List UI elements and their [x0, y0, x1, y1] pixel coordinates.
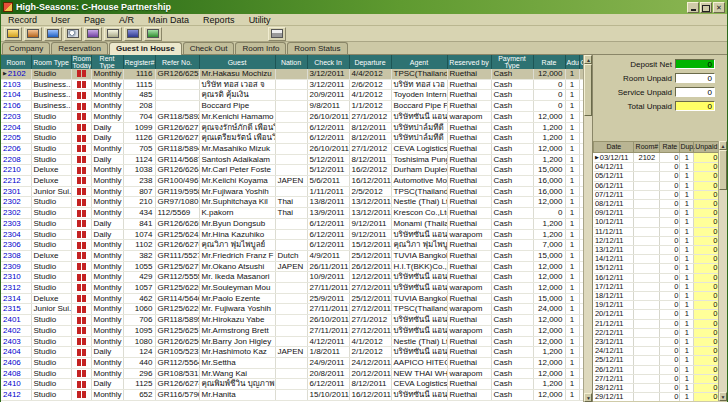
schedule-scrollbar[interactable]: ▲ ▼: [718, 141, 727, 401]
schedule-row[interactable]: 20/12/11010: [594, 310, 719, 319]
schedule-row[interactable]: 26/12/11010: [594, 365, 719, 374]
schedule-row[interactable]: 24/12/11010: [594, 347, 719, 356]
menu-item-reports[interactable]: Reports: [196, 14, 242, 26]
schedule-row[interactable]: 22/12/11010: [594, 328, 719, 337]
schedule-cell-rate: 0: [660, 310, 680, 319]
print-button[interactable]: [268, 27, 286, 41]
schedule-row[interactable]: 23/12/11010: [594, 338, 719, 347]
table-row[interactable]: 2406StudioMonthly440GR112/5564Mr.Settha2…: [1, 357, 588, 368]
schedule-row[interactable]: 08/12/11010: [594, 200, 719, 209]
folio-button[interactable]: [44, 27, 62, 41]
schedule-scroll-up-icon[interactable]: ▲: [719, 141, 727, 150]
schedule-row[interactable]: 27/12/11010: [594, 374, 719, 383]
table-row[interactable]: 2301Junior Sui...Monthly807GR119/5958Mr.…: [1, 186, 588, 197]
schedule-row[interactable]: 03/12/112102010: [594, 153, 719, 163]
table-row[interactable]: 2309StudioMonthly1055GR125/6275Mr.Okano …: [1, 261, 588, 272]
schedule-row[interactable]: 13/12/11010: [594, 246, 719, 255]
cell-adult: 1: [565, 101, 579, 112]
table-row[interactable]: 2310StudioMonthly429GR112/5555Mr. Ikeda …: [1, 272, 588, 283]
schedule-row[interactable]: 07/12/11010: [594, 190, 719, 199]
tab-guest-in-house[interactable]: Guest in House: [109, 42, 182, 55]
tab-reservation[interactable]: Reservation: [51, 42, 108, 54]
table-row[interactable]: 2403StudioMonthly1080GR126/6250Mr.Barry …: [1, 336, 588, 347]
schedule-row[interactable]: 16/12/11010: [594, 273, 719, 282]
table-row[interactable]: 2302StudioMonthly210GR97/1080Mr.Suphitch…: [1, 197, 588, 208]
schedule-scrollbar-thumb[interactable]: [719, 150, 727, 190]
table-row[interactable]: 2312StudioMonthly1057GR125/6220Mr.Souley…: [1, 283, 588, 294]
scroll-up-icon[interactable]: ▲: [584, 55, 592, 64]
table-row[interactable]: 2412StudioMonthly652GR116/5790Mr.Hanita1…: [1, 390, 588, 401]
schedule-cell-date: 22/12/11: [594, 328, 634, 337]
table-row[interactable]: 2206StudioMonthly705GR118/5894Mr.Masahik…: [1, 143, 588, 154]
table-row[interactable]: 2315Junior Sui...Monthly1060GR125/6226Mr…: [1, 304, 588, 315]
scroll-down-icon[interactable]: ▼: [584, 393, 592, 402]
schedule-row[interactable]: 21/12/11010: [594, 319, 719, 328]
table-row[interactable]: 2103Business...Monthly1115บริษัท ทอส เวอ…: [1, 79, 588, 90]
table-row[interactable]: 2410StudioDaily1125GR126/6274คุณพิมพ์ชีว…: [1, 379, 588, 390]
checkin-button[interactable]: [4, 27, 22, 41]
schedule-row[interactable]: 05/12/11010: [594, 172, 719, 181]
schedule-row[interactable]: 29/12/11010: [594, 393, 719, 401]
table-row[interactable]: 2304StudioDaily1074GR125/6243Mr.Hina Kaz…: [1, 229, 588, 240]
table-row[interactable]: 2210DeluxeMonthly1038GR126/6264Mr.Carl P…: [1, 165, 588, 176]
maximize-icon[interactable]: [700, 2, 712, 13]
menu-item-record[interactable]: Record: [1, 14, 44, 26]
schedule-scroll-down-icon[interactable]: ▼: [719, 392, 727, 401]
schedule-row[interactable]: 11/12/11010: [594, 227, 719, 236]
refresh-button[interactable]: [144, 27, 162, 41]
table-row[interactable]: 2104Business...Monthly485คุณรติ คุ้มเงิน…: [1, 90, 588, 101]
schedule-row[interactable]: 25/12/11010: [594, 356, 719, 365]
table-row[interactable]: 2308DeluxeMonthly382GR111/5527Mr.Friedri…: [1, 250, 588, 261]
menu-bar: RecordUserPageA/RMain DataReportsUtility: [1, 14, 727, 26]
menu-item-utility[interactable]: Utility: [242, 14, 278, 26]
posting-button[interactable]: [104, 27, 122, 41]
schedule-cell-rate: 0: [660, 273, 680, 282]
table-row[interactable]: 2303StudioDaily841GR126/6269Mr.Byun Dong…: [1, 218, 588, 229]
menu-item-user[interactable]: User: [44, 14, 77, 26]
table-row[interactable]: 2306StudioMonthly1102GR126/6276คุณวิภา พ…: [1, 240, 588, 251]
schedule-row[interactable]: 19/12/11010: [594, 301, 719, 310]
grid-scrollbar-thumb[interactable]: [584, 64, 592, 116]
tab-check-out[interactable]: Check Out: [183, 42, 235, 54]
table-row[interactable]: 2208StudioDaily1124GR114/5687Santosh Ada…: [1, 154, 588, 165]
table-row[interactable]: 2408StudioMonthly296GR108/5313Mr.Wang Ka…: [1, 368, 588, 379]
minimize-icon[interactable]: [687, 2, 699, 13]
menu-item-page[interactable]: Page: [77, 14, 112, 26]
cell-rate: 12,000: [533, 272, 565, 283]
schedule-row[interactable]: 28/12/11010: [594, 384, 719, 393]
schedule-cell-date: 21/12/11: [594, 319, 634, 328]
schedule-row[interactable]: 15/12/11010: [594, 264, 719, 273]
table-row[interactable]: 2106Business...Monthly208Boccard Pipe9/8…: [1, 101, 588, 112]
menu-item-main-data[interactable]: Main Data: [141, 14, 196, 26]
table-row[interactable]: 2302StudioMonthly434112/5569K.pakornThai…: [1, 208, 588, 219]
search-button[interactable]: [64, 27, 82, 41]
grid-scrollbar[interactable]: ▲ ▼: [583, 55, 592, 402]
schedule-row[interactable]: 18/12/11010: [594, 292, 719, 301]
schedule-row[interactable]: 04/12/11010: [594, 163, 719, 172]
tab-company[interactable]: Company: [2, 42, 50, 54]
checkout-button[interactable]: [24, 27, 42, 41]
tab-room-info[interactable]: Room Info: [235, 42, 286, 54]
table-row[interactable]: 2314DeluxeMonthly462GR114/5646Mr.Paolo E…: [1, 293, 588, 304]
table-row[interactable]: 2204StudioDaily1099GR126/6271คุณจงรักษ์ภ…: [1, 122, 588, 133]
schedule-row[interactable]: 10/12/11010: [594, 218, 719, 227]
close-icon[interactable]: [713, 2, 725, 13]
schedule-row[interactable]: 17/12/11010: [594, 282, 719, 291]
table-row[interactable]: 2203StudioMonthly704GR118/5892Mr.Kenichi…: [1, 111, 588, 122]
table-row[interactable]: 2402StudioMonthly1095GR125/6257Mr.Armstr…: [1, 325, 588, 336]
menu-item-a-r[interactable]: A/R: [112, 14, 141, 26]
schedule-row[interactable]: 12/12/11010: [594, 236, 719, 245]
schedule-row[interactable]: 14/12/11010: [594, 255, 719, 264]
table-row[interactable]: 2102StudioMonthly1116GR126/6257Mr.Hakasu…: [1, 69, 588, 79]
room-move-button[interactable]: [84, 27, 102, 41]
table-row[interactable]: 2212DeluxeMonthly238GR100/4967Mr.Keiichi…: [1, 176, 588, 187]
cell-payment-type: Cash: [491, 240, 533, 251]
table-row[interactable]: 2205StudioDaily1126GR126/6273คุณเตรียมรั…: [1, 133, 588, 144]
cell-refer-no: GR97/1080: [155, 197, 199, 208]
tab-room-status[interactable]: Room Status: [287, 42, 347, 54]
schedule-row[interactable]: 06/12/11010: [594, 181, 719, 190]
table-row[interactable]: 2404StudioDaily124GR105/5237Mr.Hashimoto…: [1, 347, 588, 358]
table-row[interactable]: 2401StudioMonthly706GR118/5895Mr.Hirokaz…: [1, 315, 588, 326]
night-audit-button[interactable]: [124, 27, 142, 41]
schedule-row[interactable]: 09/12/11010: [594, 209, 719, 218]
